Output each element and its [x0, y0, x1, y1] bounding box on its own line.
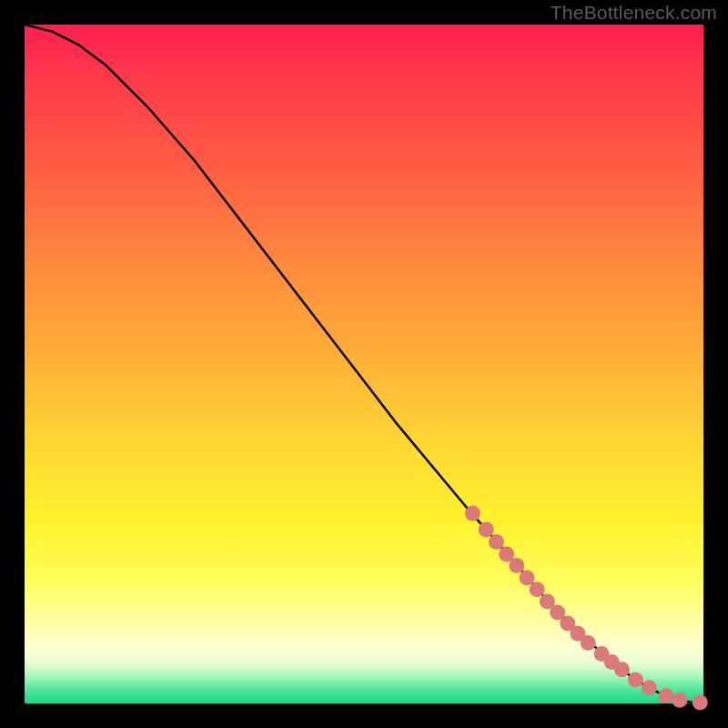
chart-svg: [25, 25, 703, 703]
curve-line: [25, 25, 703, 703]
data-point: [693, 694, 708, 710]
watermark-text: TheBottleneck.com: [551, 2, 717, 24]
data-point: [642, 680, 657, 695]
chart-frame: TheBottleneck.com: [0, 0, 728, 728]
plot-area: [25, 25, 703, 703]
data-point: [614, 662, 630, 677]
data-point: [499, 546, 514, 561]
data-point: [530, 581, 545, 597]
data-point: [489, 534, 504, 550]
data-point: [465, 506, 480, 521]
data-point: [509, 558, 524, 573]
data-point: [658, 688, 673, 703]
marker-group: [465, 506, 708, 711]
data-point: [628, 672, 643, 687]
data-point: [520, 570, 535, 585]
data-point: [479, 522, 494, 538]
data-point: [672, 693, 687, 708]
data-point: [581, 635, 596, 651]
